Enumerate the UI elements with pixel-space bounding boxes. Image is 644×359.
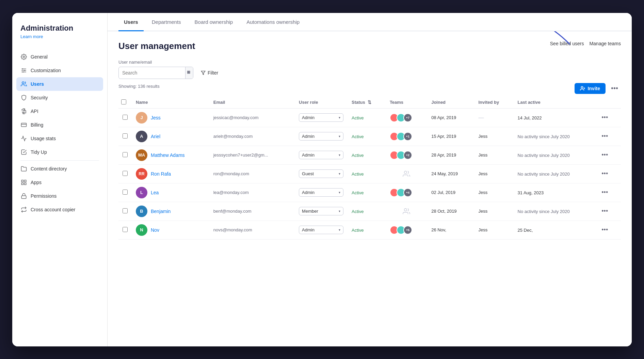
inviter-name: Jess [478,152,487,158]
row-checkbox-cell [118,221,132,239]
user-name-cell: MA Matthew Adams [132,146,209,164]
row-checkbox[interactable] [123,171,128,176]
role-select[interactable]: Admin ▾ [299,188,343,197]
last-active-text: No activity since July 2020 [518,153,570,158]
sidebar-item-content-directory[interactable]: Content directory [16,162,103,176]
row-more-button[interactable]: ••• [599,169,610,178]
no-teams-icon [390,208,423,215]
user-teams-cell [386,164,427,183]
inviter-name: Jess [478,227,487,232]
role-select[interactable]: Admin ▾ [299,113,343,122]
user-name-link[interactable]: Benjamin [151,209,171,214]
svg-point-5 [24,70,25,71]
sidebar-item-apps[interactable]: Apps [16,176,103,189]
user-name-link[interactable]: Nov [151,227,159,233]
row-checkbox[interactable] [123,133,128,138]
select-all-checkbox[interactable] [121,99,126,104]
last-active-text: No activity since July 2020 [518,172,570,177]
user-name-link[interactable]: Ariel [151,134,160,139]
user-teams-cell [386,202,427,221]
more-options-button[interactable]: ••• [608,83,621,94]
sidebar-item-security[interactable]: Security [16,91,103,104]
chevron-down-icon: ▾ [339,153,340,157]
user-name-link[interactable]: Ron Rafa [151,171,171,177]
copy-icon [20,206,27,213]
filter-label: Filter [208,70,218,76]
sidebar-item-cross-account-copier[interactable]: Cross account copier [16,203,103,216]
row-more-button[interactable]: ••• [599,207,610,215]
sidebar-item-usage-stats[interactable]: Usage stats [16,132,103,145]
row-more-button[interactable]: ••• [599,132,610,140]
role-select[interactable]: Admin ▾ [299,226,343,234]
users-table: Name Email User role Status ⇅ Teams Join… [118,97,621,240]
row-checkbox[interactable] [123,227,128,232]
user-name-cell: RR Ron Rafa [132,164,209,183]
row-checkbox[interactable] [123,115,128,120]
user-email-cell: jessicac@monday.com [209,108,295,127]
user-name-link[interactable]: Lea [151,190,159,195]
results-count: Showing: 136 results [118,84,160,89]
col-joined: Joined [427,97,474,109]
role-value: Admin [302,152,315,158]
tabs-bar: Users Departments Board ownership Automa… [108,13,632,31]
app-window: Administration Learn more General [12,13,632,346]
row-more-button[interactable]: ••• [599,113,610,121]
row-checkbox[interactable] [123,208,128,213]
role-select[interactable]: Member ▾ [299,207,343,215]
sidebar-item-tidy-up[interactable]: Tidy Up [16,145,103,159]
user-joined-cell: 08 Apr, 2019 [427,108,474,127]
user-joined-cell: 26 Nov, [427,221,474,239]
role-value: Guest [302,171,314,176]
row-checkbox[interactable] [123,152,128,157]
sidebar-item-api[interactable]: API [16,104,103,118]
learn-more-link[interactable]: Learn more [20,34,99,39]
sidebar-item-users[interactable]: Users [16,77,103,91]
sidebar-nav: General Customization [12,47,107,346]
avatar: L [136,187,147,198]
user-name-cell: J Jess [132,108,209,127]
user-last-active-cell: 31 Aug, 2023 [514,183,596,202]
sidebar-item-billing[interactable]: Billing [16,118,103,132]
user-name-link[interactable]: Matthew Adams [151,152,185,158]
table-header-row: Name Email User role Status ⇅ Teams Join… [118,97,621,109]
user-name-link[interactable]: Jess [151,115,161,120]
tab-automations-ownership[interactable]: Automations ownership [241,13,305,31]
inviter-name: Jess [478,209,487,214]
row-more-button[interactable]: ••• [599,226,610,234]
search-input[interactable] [119,70,185,76]
user-joined-cell: 24 May, 2019 [427,164,474,183]
user-teams-cell: +5 [386,221,427,239]
tab-users[interactable]: Users [118,13,144,31]
row-actions-cell: ••• [595,127,621,146]
tab-departments[interactable]: Departments [146,13,187,31]
row-actions-cell: ••• [595,202,621,221]
sidebar-header: Administration Learn more [12,24,107,47]
role-select[interactable]: Admin ▾ [299,132,343,141]
row-more-button[interactable]: ••• [599,188,610,196]
user-last-active-cell: 14 Jul, 2022 [514,108,596,127]
role-select[interactable]: Admin ▾ [299,151,343,159]
svg-marker-24 [201,71,205,75]
table-row: A Ariel arielr@monday.com Admin ▾ Active… [118,127,621,146]
role-value: Member [302,209,318,214]
role-select[interactable]: Guest ▾ [299,169,343,178]
tab-board-ownership[interactable]: Board ownership [189,13,239,31]
sidebar-item-customization[interactable]: Customization [16,64,103,77]
col-name: Name [132,97,209,109]
search-icon-button[interactable] [185,67,193,79]
sidebar-item-label-users: Users [31,81,44,87]
row-more-button[interactable]: ••• [599,151,610,159]
col-actions [595,97,621,109]
see-billed-users-link[interactable]: See billed users [550,41,584,46]
row-checkbox[interactable] [123,190,128,195]
user-status-cell: Active [348,146,386,164]
manage-teams-link[interactable]: Manage teams [589,41,621,46]
filter-button[interactable]: Filter [197,68,222,78]
chevron-down-icon: ▾ [339,228,340,232]
sidebar-item-permissions[interactable]: Permissions [16,189,103,203]
user-email-cell: jesssycohen7+user2@gm... [209,146,295,164]
header-actions: See billed users Manage teams [550,41,621,46]
invite-button[interactable]: Invite [575,83,606,94]
sidebar-item-general[interactable]: General [16,50,103,64]
sidebar-item-label-cross-account-copier: Cross account copier [31,207,76,212]
